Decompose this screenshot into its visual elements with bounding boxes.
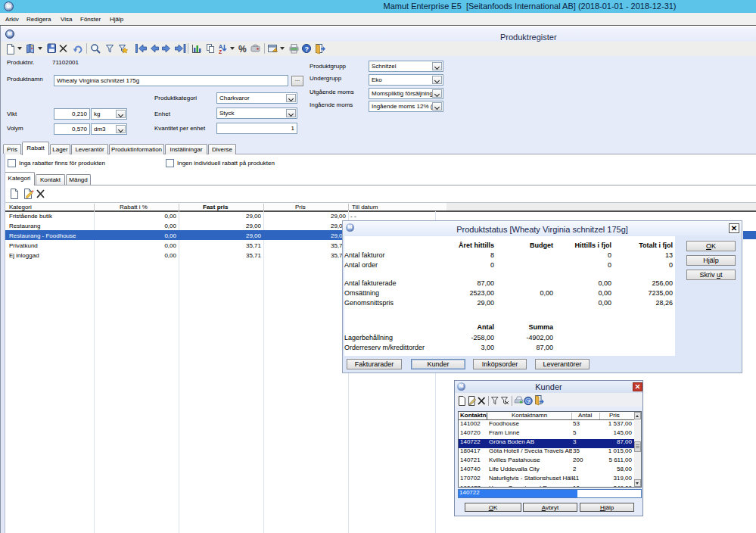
svg-text:%: % xyxy=(238,44,247,55)
svg-text:?: ? xyxy=(305,45,310,53)
svg-text:A: A xyxy=(219,44,222,49)
svg-text:Z: Z xyxy=(219,49,222,55)
svg-text:?: ? xyxy=(527,398,530,405)
